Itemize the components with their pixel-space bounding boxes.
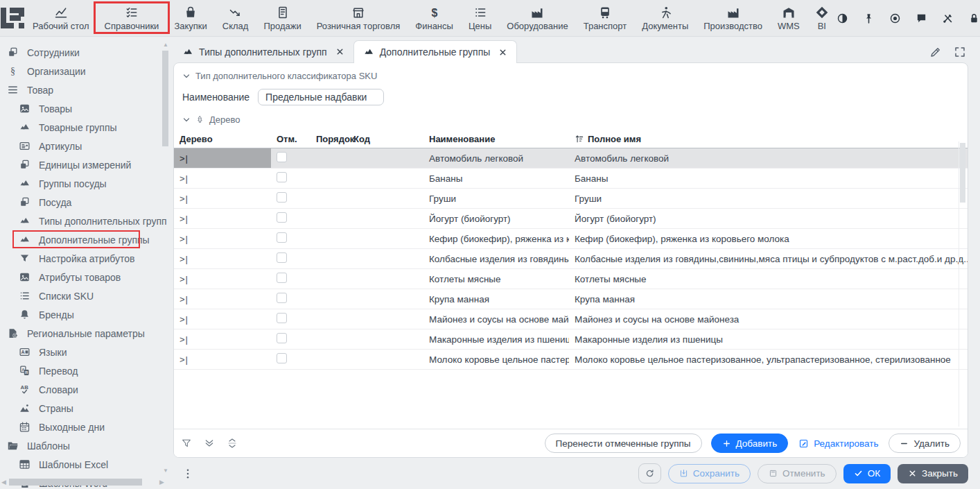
more-options-icon[interactable] <box>182 467 194 480</box>
topnav-item-1[interactable]: Рабочий стол <box>25 0 97 36</box>
sidebar-item-4[interactable]: Товары <box>0 99 170 118</box>
topnav-item-9[interactable]: Оборудование <box>499 0 575 36</box>
sidebar-item-17[interactable]: A Языки <box>0 343 170 361</box>
contrast-icon[interactable] <box>837 12 848 24</box>
table-row[interactable]: >| Котлеты мясные Котлеты мясные <box>174 269 968 289</box>
row-checkbox[interactable] <box>277 232 287 243</box>
sidebar-scroll-up-icon[interactable]: ▲ <box>163 42 168 48</box>
sidebar-item-18[interactable]: AЯ Перевод <box>0 361 170 380</box>
sidebar-scroll-left-icon[interactable]: ◀ <box>1 479 6 486</box>
sidebar-item-2[interactable]: § Организации <box>0 62 170 80</box>
tree-expand-cell[interactable]: >| <box>174 269 271 289</box>
row-checkbox[interactable] <box>277 353 287 363</box>
tree-expand-cell[interactable]: >| <box>174 309 271 329</box>
sidebar-item-21[interactable]: Выходные дни <box>0 418 170 436</box>
topnav-item-5[interactable]: Продажи <box>256 0 308 36</box>
sidebar-scroll-down-icon[interactable]: ▼ <box>163 468 168 474</box>
topnav-item-10[interactable]: Транспорт <box>576 0 635 36</box>
record-icon[interactable] <box>889 12 901 24</box>
chat-icon[interactable] <box>916 12 927 24</box>
sidebar-item-9[interactable]: Посуда <box>0 193 170 212</box>
sidebar-horizontal-scrollbar[interactable] <box>9 479 142 486</box>
tree-expand-cell[interactable]: >| <box>174 350 271 369</box>
table-row[interactable]: >| Бананы Бананы <box>174 169 968 189</box>
sidebar-item-11[interactable]: Дополнительные группы <box>0 230 170 249</box>
table-row[interactable]: >| Автомобиль легковой Автомобиль легков… <box>174 148 968 169</box>
tree-expand-cell[interactable]: >| <box>174 249 271 268</box>
tree-expand-cell[interactable]: >| <box>174 189 271 208</box>
delete-button[interactable]: Удалить <box>889 434 961 453</box>
tab-2[interactable]: Дополнительные группы <box>353 40 518 63</box>
row-checkbox[interactable] <box>277 152 287 162</box>
row-checkbox[interactable] <box>277 172 287 182</box>
app-logo[interactable] <box>0 0 25 36</box>
sidebar-item-3[interactable]: Товар <box>0 80 170 99</box>
tree-expand-cell[interactable]: >| <box>174 148 271 168</box>
tree-expand-cell[interactable]: >| <box>174 289 271 309</box>
collapse-levels-icon[interactable] <box>227 438 238 449</box>
table-row[interactable]: >| Колбасные изделия из говядины,с... Ко… <box>174 249 968 269</box>
tools-icon[interactable] <box>942 12 954 24</box>
topnav-item-3[interactable]: Закупки <box>166 0 214 36</box>
add-button[interactable]: Добавить <box>711 434 789 453</box>
topnav-item-4[interactable]: Склад <box>215 0 256 36</box>
save-button[interactable]: Сохранить <box>668 464 751 483</box>
close-button[interactable]: Закрыть <box>898 464 968 483</box>
row-checkbox[interactable] <box>277 333 287 343</box>
tree-expand-cell[interactable]: >| <box>174 329 271 349</box>
column-header-code[interactable]: Код <box>348 134 423 144</box>
refresh-button[interactable] <box>638 463 661 483</box>
topnav-item-13[interactable]: WMS <box>770 0 807 36</box>
table-row[interactable]: >| Майонез и соусы на основе майо... Май… <box>174 309 968 329</box>
row-checkbox[interactable] <box>277 293 287 303</box>
topnav-item-2[interactable]: Справочники <box>97 0 167 36</box>
column-header-tree[interactable]: Дерево <box>174 134 271 144</box>
tab-close-icon[interactable] <box>335 47 344 56</box>
row-checkbox[interactable] <box>277 252 287 263</box>
topnav-item-6[interactable]: Розничная торговля <box>309 0 408 36</box>
table-row[interactable]: >| Крупа манная Крупа манная <box>174 289 968 309</box>
sidebar-item-12[interactable]: Настройка атрибутов <box>0 249 170 268</box>
column-header-checked[interactable]: Отм. <box>271 134 310 144</box>
section-header-classifier-type[interactable]: Тип дополнительного классификатора SKU <box>182 71 968 81</box>
pin-icon[interactable] <box>863 12 875 24</box>
sidebar-item-20[interactable]: Страны <box>0 399 170 418</box>
table-row[interactable]: >| Йогурт (биойогурт) Йогурт (биойогурт) <box>174 209 968 229</box>
tab-close-icon[interactable] <box>498 48 507 57</box>
sidebar-scroll-right-icon[interactable]: ▶ <box>159 479 164 486</box>
cancel-button[interactable]: Отменить <box>758 464 837 483</box>
topnav-item-12[interactable]: Производство <box>696 0 770 36</box>
tree-expand-cell[interactable]: >| <box>174 209 271 228</box>
sidebar-item-1[interactable]: Сотрудники <box>0 43 170 62</box>
sidebar-item-13[interactable]: Атрибуты товаров <box>0 268 170 286</box>
sidebar-item-23[interactable]: Шаблоны Excel <box>0 455 170 474</box>
transfer-marked-groups-button[interactable]: Перенести отмеченные группы <box>545 434 702 453</box>
topnav-item-8[interactable]: Цены <box>461 0 499 36</box>
expand-all-icon[interactable] <box>204 438 215 449</box>
sidebar-item-19[interactable]: AB Словари <box>0 380 170 399</box>
topnav-item-11[interactable]: Документы <box>634 0 696 36</box>
sidebar-vertical-scrollbar[interactable] <box>162 51 168 146</box>
sidebar-item-15[interactable]: Бренды <box>0 305 170 324</box>
row-checkbox[interactable] <box>277 273 287 283</box>
table-row[interactable]: >| Кефир (биокефир), ряженка из ко... Ке… <box>174 229 968 249</box>
column-header-order[interactable]: Порядок <box>310 134 348 144</box>
fullscreen-icon[interactable] <box>954 46 966 58</box>
sidebar-item-7[interactable]: Единицы измерений <box>0 155 170 174</box>
column-header-full-name[interactable]: Полное имя <box>569 134 968 144</box>
filter-funnel-icon[interactable] <box>181 438 192 449</box>
tree-expand-cell[interactable]: >| <box>174 169 271 188</box>
table-row[interactable]: >| Молоко коровье цельное пастери... Мол… <box>174 350 968 370</box>
lock-icon[interactable] <box>968 12 980 24</box>
edit-button[interactable]: Редактировать <box>797 434 880 453</box>
sidebar-item-16[interactable]: Региональные параметры <box>0 324 170 343</box>
tree-expand-cell[interactable]: >| <box>174 229 271 248</box>
table-row[interactable]: >| Груши Груши <box>174 189 968 209</box>
sidebar-item-14[interactable]: Списки SKU <box>0 286 170 305</box>
sidebar-item-22[interactable]: Шаблоны <box>0 436 170 455</box>
row-checkbox[interactable] <box>277 192 287 203</box>
sidebar-item-5[interactable]: Товарные группы <box>0 118 170 137</box>
ok-button[interactable]: ОК <box>843 464 891 483</box>
topnav-item-14[interactable]: BI <box>807 0 837 36</box>
row-checkbox[interactable] <box>277 212 287 223</box>
